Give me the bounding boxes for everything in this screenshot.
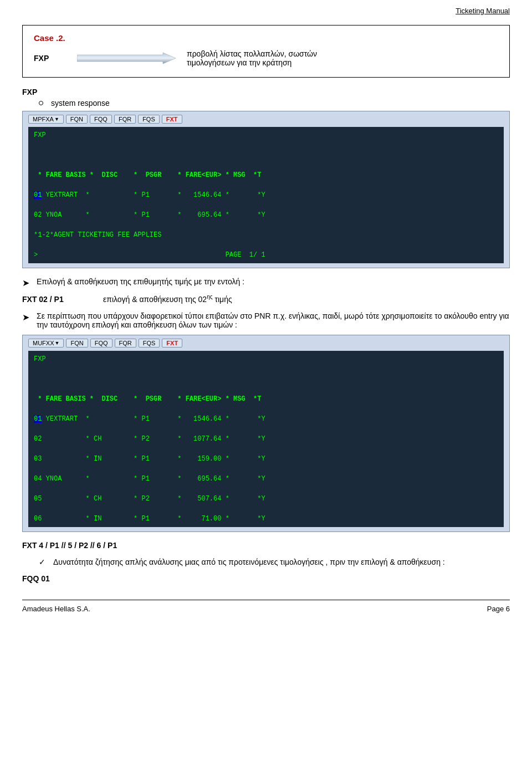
term-line-2 <box>34 150 498 160</box>
footer-company: Amadeus Hellas S.A. <box>22 605 90 613</box>
toolbar1-fqs[interactable]: FQS <box>138 115 160 124</box>
term2-line-5: 02 * CH * P2 * 1077.64 * *Y <box>34 434 498 444</box>
fxp-description: προβολή λίστας πολλαπλών, σωστών τιμολογ… <box>187 49 317 67</box>
fxt-desc-1: επιλογή & αποθήκευση της 02ης τιμής <box>103 294 232 304</box>
toolbar1-fqr[interactable]: FQR <box>114 115 136 124</box>
toolbar1-fqn[interactable]: FQN <box>66 115 88 124</box>
check-text: Δυνατότητα ζήτησης απλής ανάλυσης μιας α… <box>53 558 445 566</box>
arrow-bullet-sym-2: ➤ <box>22 312 32 323</box>
bullet1-text: Επιλογή & αποθήκευση της επιθυμητής τιμή… <box>37 277 244 286</box>
dropdown-arrow2-icon: ▼ <box>55 340 60 346</box>
fxt-line-2: FXT 4 / P1 // 5 / P2 // 6 / P1 <box>22 541 510 550</box>
term2-line-2 <box>34 374 498 384</box>
arrow-bullet-2: ➤ Σε περίπτωση που υπάρχουν διαφορετικοί… <box>22 311 510 329</box>
fxp-section-label: FXP <box>22 88 510 96</box>
fxt-command-2: FXT 4 / P1 // 5 / P2 // 6 / P1 <box>22 541 117 550</box>
arrow-bullet-1: ➤ Επιλογή & αποθήκευση της επιθυμητής τι… <box>22 277 510 288</box>
fxp-desc-line1: προβολή λίστας πολλαπλών, σωστών <box>187 49 317 58</box>
terminal-toolbar-1: MPFXA ▼ FQN FQQ FQR FQS FXT <box>28 115 504 124</box>
page-header: Ticketing Manual <box>22 0 510 19</box>
dropdown-arrow-icon: ▼ <box>54 116 59 122</box>
page-footer: Amadeus Hellas S.A. Page 6 <box>22 600 510 615</box>
system-response-label: system response <box>51 99 110 108</box>
terminal-content-1: FXP * FARE BASIS * DISC * PSGR * FARE<EU… <box>28 127 504 263</box>
term-line-1: FXP <box>34 130 498 140</box>
fxp-desc-line2: τιμολογήσεων για την κράτηση <box>187 58 317 67</box>
toolbar2-fqr[interactable]: FQR <box>115 339 136 347</box>
terminal-toolbar-2: MUFXX ▼ FQN FQQ FQR FQS FXT <box>28 339 504 347</box>
term2-line-4: 01 YEXTRART * * P1 * 1546.64 * *Y <box>34 414 498 424</box>
check-bullet-1: ✓ Δυνατότητα ζήτησης απλής ανάλυσης μιας… <box>39 558 510 566</box>
toolbar2-fqn[interactable]: FQN <box>66 339 88 347</box>
prose-section-1: ➤ Επιλογή & αποθήκευση της επιθυμητής τι… <box>22 277 510 288</box>
bullet2-text: Σε περίπτωση που υπάρχουν διαφορετικοί τ… <box>37 311 510 329</box>
arrow-bullet-sym-1: ➤ <box>22 278 32 288</box>
term2-line-9: 06 * IN * P1 * 71.00 * *Y <box>34 514 498 524</box>
bullet-circle-icon <box>39 101 43 105</box>
svg-marker-0 <box>77 53 176 64</box>
system-response-row: system response <box>39 99 510 108</box>
fxp-arrow-row: FXP προβολή λίστας πολλαπλών, σωστών τιμ… <box>34 49 498 67</box>
terminal-box-1: MPFXA ▼ FQN FQQ FQR FQS FXT FXP * FARE B… <box>22 111 510 268</box>
toolbar2-fxt[interactable]: FXT <box>162 339 182 347</box>
document-title: Ticketing Manual <box>456 7 510 15</box>
term2-line-8: 05 * CH * P2 * 507.64 * *Y <box>34 494 498 504</box>
term-line-4: 01 YEXTRART * * P1 * 1546.64 * *Y <box>34 190 498 200</box>
terminal-content-2: FXP * FARE BASIS * DISC * PSGR * FARE<EU… <box>28 351 504 527</box>
fxp-label-case: FXP <box>34 54 67 63</box>
term2-line-1: FXP <box>34 354 498 364</box>
term-line-3: * FARE BASIS * DISC * PSGR * FARE<EUR> *… <box>34 170 498 180</box>
term2-line-3: * FARE BASIS * DISC * PSGR * FARE<EUR> *… <box>34 394 498 404</box>
fxt-command-1: FXT 02 / P1 <box>22 295 94 304</box>
term2-line-7: 04 YNOA * * P1 * 695.64 * *Y <box>34 474 498 484</box>
case-title: Case .2. <box>34 33 498 43</box>
toolbar1-fqq[interactable]: FQQ <box>90 115 112 124</box>
toolbar2-fqq[interactable]: FQQ <box>90 339 112 347</box>
term-line-5: 02 YNOA * * P1 * 695.64 * *Y <box>34 210 498 220</box>
prose-section-2: ➤ Σε περίπτωση που υπάρχουν διαφορετικοί… <box>22 311 510 329</box>
checkmark-icon: ✓ <box>39 558 49 566</box>
footer-page: Page 6 <box>487 605 510 613</box>
term-line-6: *1-2*AGENT TICKETING FEE APPLIES <box>34 230 498 240</box>
term2-line-6: 03 * IN * P1 * 159.00 * *Y <box>34 454 498 464</box>
toolbar1-mpfxa[interactable]: MPFXA ▼ <box>28 115 64 124</box>
term-line-7: > PAGE 1/ 1 <box>34 250 498 260</box>
arrow-container <box>77 50 177 66</box>
case-box: Case .2. FXP προβολή λίστας πολλαπλών, σ… <box>22 25 510 78</box>
terminal-box-2: MUFXX ▼ FQN FQQ FQR FQS FXT FXP * FARE B… <box>22 335 510 532</box>
toolbar2-fqs[interactable]: FQS <box>139 339 160 347</box>
toolbar1-fxt[interactable]: FXT <box>162 115 182 124</box>
fqq-label: FQQ 01 <box>22 574 510 583</box>
toolbar2-mufxx[interactable]: MUFXX ▼ <box>28 339 64 347</box>
fxt-line-1: FXT 02 / P1 επιλογή & αποθήκευση της 02η… <box>22 294 510 304</box>
